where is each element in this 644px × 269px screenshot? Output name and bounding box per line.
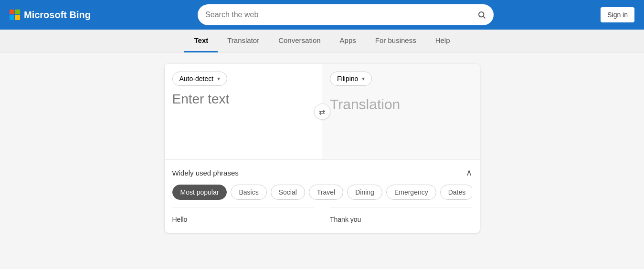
tag-basics[interactable]: Basics: [231, 185, 266, 200]
square-blue: [10, 15, 14, 20]
phrase-item-hello[interactable]: Hello: [172, 214, 315, 225]
square-green: [15, 10, 20, 14]
source-language-label: Auto-detect: [179, 75, 214, 83]
search-bar-wrapper: [98, 4, 593, 25]
tag-social[interactable]: Social: [271, 185, 305, 200]
square-red: [10, 10, 14, 14]
logo-area: Microsoft Bing: [10, 10, 91, 21]
svg-point-0: [479, 12, 484, 17]
tag-dining[interactable]: Dining: [347, 185, 382, 200]
search-bar: [198, 4, 494, 25]
translator-container: Auto-detect ▾ ⇄ Filipino ▾ Translation: [165, 64, 480, 233]
phrase-item-thank-you[interactable]: Thank you: [330, 214, 472, 225]
svg-line-1: [483, 16, 485, 18]
nav-item-text[interactable]: Text: [184, 30, 218, 52]
logo-text: Microsoft Bing: [24, 10, 91, 21]
phrase-col-source: Hello: [172, 207, 315, 225]
phrases-title: Widely used phrases: [172, 169, 239, 177]
source-text-input[interactable]: [172, 92, 315, 149]
target-panel: Filipino ▾ Translation: [322, 64, 480, 159]
square-yellow: [15, 15, 20, 20]
nav-item-for-business[interactable]: For business: [366, 30, 426, 52]
target-language-label: Filipino: [337, 75, 358, 83]
nav-item-help[interactable]: Help: [426, 30, 460, 52]
phrase-col-target: Thank you: [330, 207, 472, 225]
tag-dates[interactable]: Dates: [440, 185, 472, 200]
nav-item-conversation[interactable]: Conversation: [269, 30, 330, 52]
source-chevron-down-icon: ▾: [217, 75, 220, 82]
phrase-col-divider: [322, 207, 322, 225]
target-chevron-down-icon: ▾: [362, 75, 365, 82]
search-input[interactable]: [205, 10, 474, 19]
translation-panels: Auto-detect ▾ ⇄ Filipino ▾ Translation: [165, 64, 480, 159]
search-icon: [477, 10, 486, 19]
phrases-section: Widely used phrases ∧ Most popular Basic…: [165, 159, 480, 233]
tag-most-popular[interactable]: Most popular: [172, 185, 227, 200]
swap-languages-button[interactable]: ⇄: [314, 103, 330, 120]
tag-travel[interactable]: Travel: [309, 185, 343, 200]
tag-emergency[interactable]: Emergency: [386, 185, 436, 200]
phrase-tags: Most popular Basics Social Travel Dining…: [172, 185, 472, 200]
phrases-header: Widely used phrases ∧: [172, 167, 472, 178]
sign-in-button[interactable]: Sign in: [601, 7, 634, 22]
source-panel-header: Auto-detect ▾: [172, 72, 315, 86]
target-language-selector[interactable]: Filipino ▾: [330, 72, 372, 86]
nav-bar: Text Translator Conversation Apps For bu…: [0, 30, 644, 52]
header: Microsoft Bing Sign in: [0, 0, 644, 30]
target-panel-header: Filipino ▾: [330, 72, 472, 86]
main-content: Auto-detect ▾ ⇄ Filipino ▾ Translation: [0, 52, 644, 244]
source-panel: Auto-detect ▾: [165, 64, 322, 159]
phrase-pairs: Hello Thank you: [172, 207, 472, 225]
search-button[interactable]: [477, 10, 486, 19]
source-language-selector[interactable]: Auto-detect ▾: [172, 72, 228, 86]
nav-item-apps[interactable]: Apps: [330, 30, 366, 52]
translation-output: Translation: [330, 92, 472, 117]
phrases-collapse-button[interactable]: ∧: [466, 167, 472, 178]
nav-item-translator[interactable]: Translator: [218, 30, 269, 52]
bing-logo-squares: [10, 10, 20, 20]
